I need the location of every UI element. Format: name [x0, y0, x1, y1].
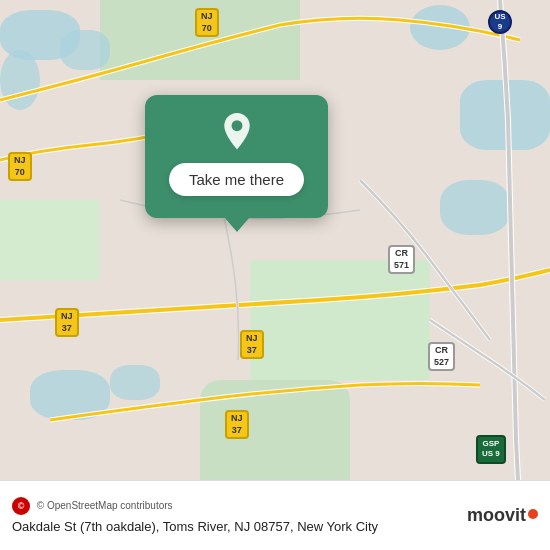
osm-text: © OpenStreetMap contributors	[37, 500, 173, 511]
bottom-bar: © © OpenStreetMap contributors Oakdale S…	[0, 480, 550, 550]
attribution-block: © © OpenStreetMap contributors Oakdale S…	[12, 497, 459, 534]
road-badge-nj70-top: NJ70	[195, 8, 219, 37]
road-badge-nj37-far: NJ37	[225, 410, 249, 439]
moovit-logo: moovit	[467, 505, 538, 526]
map-container: NJ70 NJ70 NJ37 NJ37 NJ37 CR571 CR527 US9…	[0, 0, 550, 480]
osm-logo-icon: ©	[12, 497, 30, 515]
osm-attribution: © © OpenStreetMap contributors	[12, 497, 459, 515]
location-pin-icon	[217, 113, 257, 153]
road-badge-nj37-right: NJ37	[240, 330, 264, 359]
address-text: Oakdale St (7th oakdale), Toms River, NJ…	[12, 519, 459, 534]
moovit-dot-icon	[528, 509, 538, 519]
moovit-wordmark: moovit	[467, 505, 526, 526]
road-badge-nj37-mid: NJ37	[55, 308, 79, 337]
road-badge-gsp: GSPUS 9	[476, 435, 506, 464]
svg-point-0	[231, 120, 242, 131]
take-me-there-button[interactable]: Take me there	[169, 163, 304, 196]
road-badge-cr527: CR527	[428, 342, 455, 371]
road-badge-nj70-left: NJ70	[8, 152, 32, 181]
road-badge-us9: US9	[488, 10, 512, 34]
app: NJ70 NJ70 NJ37 NJ37 NJ37 CR571 CR527 US9…	[0, 0, 550, 550]
map-popup: Take me there	[145, 95, 328, 218]
road-badge-cr571: CR571	[388, 245, 415, 274]
roads-overlay	[0, 0, 550, 480]
